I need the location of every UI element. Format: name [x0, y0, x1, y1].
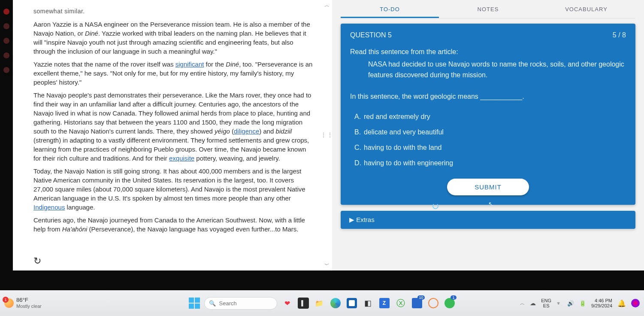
refresh-icon[interactable]: ↻ [33, 255, 41, 268]
article-paragraph: Yazzie notes that the name of the rover … [33, 60, 315, 87]
taskbar-app-store[interactable] [346, 297, 358, 309]
scroll-down-icon[interactable]: ﹀ [324, 261, 330, 269]
answer-option-c[interactable]: C.having to do with the land [354, 143, 626, 153]
question-counter: 5 / 8 [613, 31, 626, 39]
question-prompt: In this sentence, the word geologic mean… [350, 91, 626, 102]
submit-button[interactable]: SUBMIT [447, 179, 529, 195]
wifi-icon[interactable]: ᯤ [556, 300, 562, 307]
article-paragraph: Centuries ago, the Navajo journeyed from… [33, 216, 315, 234]
zoom-icon: Z [379, 298, 390, 308]
taskbar-app-explorer[interactable]: 📁 [313, 297, 325, 309]
copilot-icon[interactable] [631, 299, 640, 307]
question-title: QUESTION 5 [350, 31, 392, 39]
article-pane: ︿ somewhat similar. Aaron Yazzie is a NA… [13, 0, 332, 270]
tab-notes[interactable]: NOTES [439, 0, 537, 18]
question-header: QUESTION 5 5 / 8 [350, 31, 626, 39]
language-switch[interactable]: ENG ES [541, 298, 551, 308]
tray-expand-icon[interactable]: ︿ [520, 300, 525, 307]
taskbar-search[interactable]: 🔍 [204, 297, 277, 310]
start-button[interactable] [189, 298, 200, 309]
left-app-strip [0, 0, 13, 270]
taskbar-app-xbox[interactable]: ⓧ [395, 297, 407, 309]
answer-option-d[interactable]: D.having to do with engineering [354, 158, 626, 169]
scroll-up-icon[interactable]: ︿ [324, 2, 330, 9]
search-input[interactable] [219, 300, 270, 307]
weather-badge: 1 [3, 297, 9, 303]
strip-dot [3, 52, 9, 58]
pane-resize-handle[interactable]: ⋮⋮ [320, 131, 332, 140]
strip-dot [3, 67, 9, 73]
question-quote: NASA had decided to use Navajo words to … [368, 59, 626, 81]
taskbar-app-edge[interactable] [330, 297, 342, 309]
notifications-icon[interactable]: 🔔 [617, 299, 626, 307]
taskbar-app-zoom[interactable]: Z [378, 297, 390, 309]
taskbar-app-chat[interactable] [444, 297, 456, 309]
answer-list: A.red and extremely dry B.delicate and v… [354, 112, 626, 168]
cursor-icon: ↖ [488, 201, 493, 207]
taskbar-app-3d[interactable]: ◧ [362, 297, 374, 309]
answer-option-a[interactable]: A.red and extremely dry [354, 112, 626, 122]
chat-icon [444, 298, 455, 308]
word-icon [412, 298, 422, 308]
vocab-link-indigenous[interactable]: Indigenous [33, 204, 65, 211]
taskbar: 1 86°F Mostly clear 🔍 ❤ ▌ 📁 ◧ Z ⓧ [0, 290, 644, 316]
question-card: QUESTION 5 5 / 8 Read this sentence from… [341, 24, 635, 205]
taskbar-app-word[interactable] [411, 297, 423, 309]
screen: ︿ somewhat similar. Aaron Yazzie is a NA… [0, 0, 644, 316]
article-paragraph: Aaron Yazzie is a NASA engineer on the P… [33, 20, 315, 56]
taskbar-app-health[interactable]: ❤ [281, 297, 293, 309]
taskbar-weather[interactable]: 1 86°F Mostly clear [4, 297, 42, 309]
article-paragraph: The Navajo people's past demonstrates th… [33, 91, 315, 163]
strip-dot [3, 23, 9, 29]
taskbar-center: 🔍 ❤ ▌ 📁 ◧ Z ⓧ [189, 297, 456, 310]
quiz-pane: TO-DO NOTES VOCABULARY QUESTION 5 5 / 8 … [332, 0, 644, 270]
onedrive-icon[interactable]: ☁ [530, 300, 536, 307]
edge-icon [330, 298, 341, 308]
vocab-link-diligence[interactable]: diligence [234, 128, 259, 135]
circle-icon [428, 298, 438, 308]
article-cutoff-line: somewhat similar. [33, 7, 315, 16]
search-icon: 🔍 [209, 300, 216, 307]
tab-vocabulary[interactable]: VOCABULARY [537, 0, 635, 18]
strip-dot [3, 38, 9, 44]
answer-option-b[interactable]: B.delicate and very beautiful [354, 127, 626, 138]
chevron-right-icon: ▶ [349, 216, 356, 223]
quiz-tabs: TO-DO NOTES VOCABULARY [341, 0, 635, 18]
strip-dot [3, 9, 9, 15]
article-paragraph: Today, the Navajo Nation is still going … [33, 167, 315, 212]
extras-label: Extras [356, 216, 375, 223]
taskbar-app-circle[interactable] [427, 297, 439, 309]
vocab-link-significant[interactable]: significant [175, 61, 204, 68]
taskbar-right: ︿ ☁ ENG ES ᯤ 🔊 🔋 4:46 PM 9/29/2024 🔔 [520, 298, 640, 308]
volume-icon[interactable]: 🔊 [567, 300, 574, 307]
question-lead: Read this sentence from the article: [350, 47, 626, 58]
extras-toggle[interactable]: ▶ Extras [341, 211, 635, 229]
weather-temp: 86°F [16, 297, 42, 304]
question-body: Read this sentence from the article: NAS… [350, 47, 626, 195]
battery-icon[interactable]: 🔋 [579, 300, 586, 307]
weather-icon: 1 [4, 298, 14, 308]
store-icon [347, 298, 357, 308]
loading-spinner-icon [432, 203, 438, 209]
taskbar-clock[interactable]: 4:46 PM 9/29/2024 [591, 298, 612, 308]
tab-todo[interactable]: TO-DO [341, 0, 439, 18]
submit-wrap: SUBMIT [350, 179, 626, 195]
vocab-link-exquisite[interactable]: exquisite [169, 155, 194, 162]
taskbar-app-terminal[interactable]: ▌ [298, 298, 309, 309]
weather-status: Mostly clear [16, 304, 42, 309]
app-window: ︿ somewhat similar. Aaron Yazzie is a NA… [13, 0, 644, 270]
